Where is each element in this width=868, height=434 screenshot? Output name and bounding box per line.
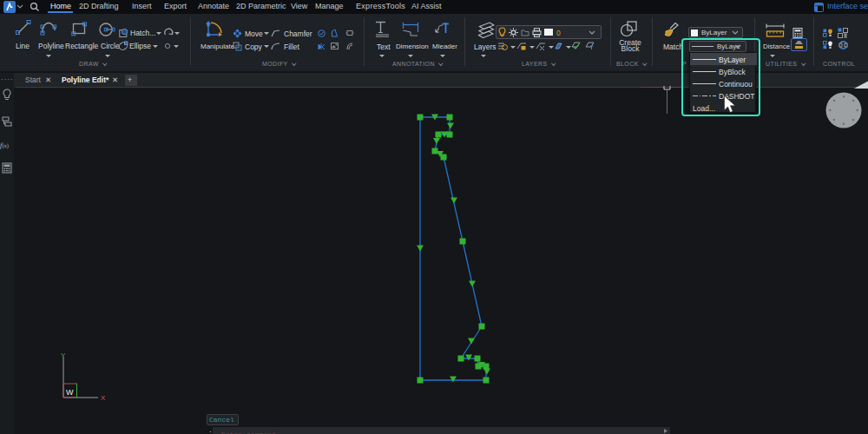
svg-text:Y: Y [61,352,66,359]
svg-text:W: W [66,388,74,397]
svg-text:X: X [101,394,106,402]
